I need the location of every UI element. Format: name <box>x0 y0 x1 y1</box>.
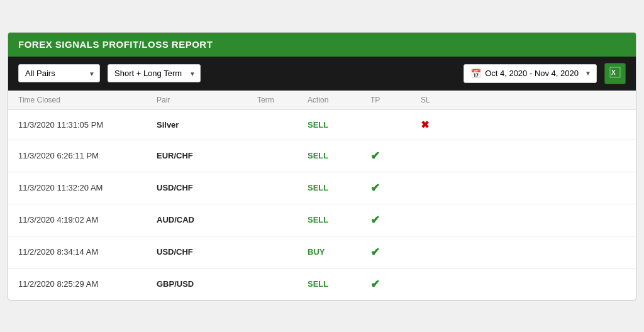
date-range-label: Oct 4, 2020 - Nov 4, 2020 <box>485 69 579 78</box>
term-filter-select[interactable]: Short + Long Term Short Term Long Term <box>108 64 201 82</box>
col-header-extra <box>471 96 626 104</box>
table-row: 11/3/2020 4:19:02 AM AUD/CAD SELL ✔ <box>8 204 636 236</box>
cell-pair: AUD/CAD <box>157 215 257 224</box>
cell-action: SELL <box>308 183 370 192</box>
table-row: 11/3/2020 6:26:11 PM EUR/CHF SELL ✔ <box>8 140 636 172</box>
cell-action: SELL <box>308 151 370 160</box>
report-table: Time Closed Pair Term Action TP SL 11/3/… <box>8 91 636 300</box>
svg-text:X: X <box>611 69 616 76</box>
cell-pair: EUR/CHF <box>157 151 257 160</box>
col-header-time: Time Closed <box>18 96 157 104</box>
tp-check-icon: ✔ <box>370 278 380 290</box>
main-container: FOREX SIGNALS PROFIT/LOSS REPORT All Pai… <box>8 32 636 301</box>
date-range-arrow-icon: ▼ <box>585 70 591 77</box>
table-row: 11/3/2020 11:31:05 PM Silver SELL ✖ <box>8 110 636 140</box>
excel-svg: X <box>609 67 621 78</box>
tp-check-icon: ✔ <box>370 214 380 226</box>
cell-time: 11/2/2020 8:34:14 AM <box>18 247 157 257</box>
cell-action: SELL <box>308 215 370 224</box>
tp-check-icon: ✔ <box>370 182 380 194</box>
table-header-row: Time Closed Pair Term Action TP SL <box>8 91 636 110</box>
header-bar: FOREX SIGNALS PROFIT/LOSS REPORT <box>8 33 636 57</box>
col-header-tp: TP <box>370 96 421 104</box>
cell-time: 11/3/2020 4:19:02 AM <box>18 215 157 224</box>
date-range-picker[interactable]: 📅 Oct 4, 2020 - Nov 4, 2020 ▼ <box>464 64 597 83</box>
cell-tp: ✔ <box>370 245 421 259</box>
table-row: 11/2/2020 8:34:14 AM USD/CHF BUY ✔ <box>8 236 636 268</box>
cell-action: SELL <box>308 279 370 289</box>
cell-pair: USD/CHF <box>157 247 257 257</box>
cell-tp: ✔ <box>370 277 421 291</box>
cell-pair: USD/CHF <box>157 183 257 192</box>
tp-check-icon: ✔ <box>370 150 380 162</box>
term-filter-wrapper: Short + Long Term Short Term Long Term ▼ <box>108 64 201 82</box>
sl-cross-icon: ✖ <box>421 119 429 130</box>
cell-action: BUY <box>308 247 370 257</box>
cell-pair: GBP/USD <box>157 279 257 289</box>
table-body: 11/3/2020 11:31:05 PM Silver SELL ✖ 11/3… <box>8 110 636 300</box>
pair-filter-select[interactable]: All Pairs Silver EUR/CHF USD/CHF AUD/CAD… <box>18 64 100 82</box>
col-header-action: Action <box>308 96 370 104</box>
cell-tp: ✔ <box>370 213 421 227</box>
cell-tp: ✔ <box>370 181 421 195</box>
cell-pair: Silver <box>157 120 257 130</box>
pair-filter-wrapper: All Pairs Silver EUR/CHF USD/CHF AUD/CAD… <box>18 64 100 82</box>
cell-time: 11/2/2020 8:25:29 AM <box>18 279 157 289</box>
cell-tp: ✔ <box>370 149 421 163</box>
calendar-icon: 📅 <box>470 69 481 79</box>
page-title: FOREX SIGNALS PROFIT/LOSS REPORT <box>18 39 213 50</box>
toolbar: All Pairs Silver EUR/CHF USD/CHF AUD/CAD… <box>8 57 636 91</box>
cell-sl: ✖ <box>421 119 471 131</box>
cell-time: 11/3/2020 11:31:05 PM <box>18 120 157 130</box>
tp-check-icon: ✔ <box>370 246 380 258</box>
col-header-pair: Pair <box>157 96 257 104</box>
cell-action: SELL <box>308 120 370 130</box>
excel-export-button[interactable]: X <box>604 63 626 84</box>
col-header-term: Term <box>257 96 308 104</box>
excel-icon: X <box>609 67 621 80</box>
table-row: 11/2/2020 8:25:29 AM GBP/USD SELL ✔ <box>8 268 636 300</box>
table-row: 11/3/2020 11:32:20 AM USD/CHF SELL ✔ <box>8 172 636 204</box>
col-header-sl: SL <box>421 96 471 104</box>
cell-time: 11/3/2020 11:32:20 AM <box>18 183 157 192</box>
cell-time: 11/3/2020 6:26:11 PM <box>18 151 157 160</box>
